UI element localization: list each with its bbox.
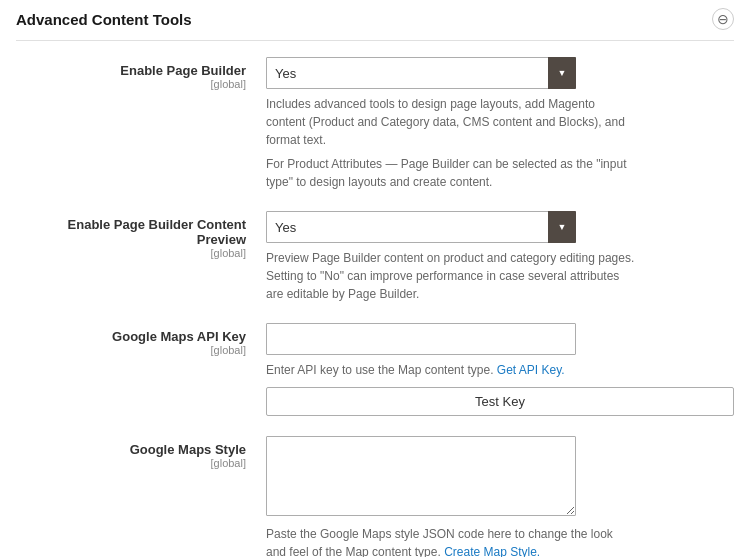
google-maps-style-scope: [global]: [16, 457, 246, 469]
enable-preview-select-wrapper: Yes No: [266, 211, 576, 243]
enable-page-builder-row: Enable Page Builder [global] Yes No Incl…: [16, 57, 734, 191]
enable-page-builder-help1: Includes advanced tools to design page l…: [266, 95, 636, 149]
form-section: Enable Page Builder [global] Yes No Incl…: [16, 57, 734, 557]
enable-preview-label: Enable Page Builder Content Preview: [16, 217, 246, 247]
google-maps-style-label: Google Maps Style: [16, 442, 246, 457]
test-key-button[interactable]: Test Key: [266, 387, 734, 416]
enable-preview-help: Preview Page Builder content on product …: [266, 249, 636, 303]
google-maps-style-help: Paste the Google Maps style JSON code he…: [266, 525, 636, 557]
google-maps-api-key-label-col: Google Maps API Key [global]: [16, 323, 266, 356]
page-title: Advanced Content Tools: [16, 11, 192, 28]
enable-page-builder-help2: For Product Attributes — Page Builder ca…: [266, 155, 636, 191]
enable-page-builder-select-wrapper: Yes No: [266, 57, 576, 89]
enable-page-builder-content: Yes No Includes advanced tools to design…: [266, 57, 734, 191]
enable-preview-scope: [global]: [16, 247, 246, 259]
google-maps-api-key-content: Enter API key to use the Map content typ…: [266, 323, 734, 416]
google-maps-api-key-row: Google Maps API Key [global] Enter API k…: [16, 323, 734, 416]
google-maps-style-textarea[interactable]: [266, 436, 576, 516]
google-maps-api-key-input-wrapper: Enter API key to use the Map content typ…: [266, 323, 734, 416]
enable-page-builder-select[interactable]: Yes No: [266, 57, 576, 89]
google-maps-style-row: Google Maps Style [global] Paste the Goo…: [16, 436, 734, 557]
enable-page-builder-scope: [global]: [16, 78, 246, 90]
google-maps-api-key-help: Enter API key to use the Map content typ…: [266, 361, 636, 379]
enable-preview-row: Enable Page Builder Content Preview [glo…: [16, 211, 734, 303]
page-header: Advanced Content Tools ⊖: [16, 8, 734, 41]
enable-preview-select[interactable]: Yes No: [266, 211, 576, 243]
enable-page-builder-label-col: Enable Page Builder [global]: [16, 57, 266, 90]
get-api-key-link[interactable]: Get API Key.: [497, 363, 565, 377]
google-maps-api-key-label: Google Maps API Key: [16, 329, 246, 344]
enable-page-builder-label: Enable Page Builder: [16, 63, 246, 78]
google-maps-api-key-scope: [global]: [16, 344, 246, 356]
create-map-style-link[interactable]: Create Map Style.: [444, 545, 540, 557]
google-maps-style-content: Paste the Google Maps style JSON code he…: [266, 436, 734, 557]
page-wrapper: Advanced Content Tools ⊖ Enable Page Bui…: [0, 0, 750, 557]
google-maps-api-key-input[interactable]: [266, 323, 576, 355]
enable-preview-content: Yes No Preview Page Builder content on p…: [266, 211, 734, 303]
google-maps-style-label-col: Google Maps Style [global]: [16, 436, 266, 469]
enable-preview-label-col: Enable Page Builder Content Preview [glo…: [16, 211, 266, 259]
collapse-icon[interactable]: ⊖: [712, 8, 734, 30]
